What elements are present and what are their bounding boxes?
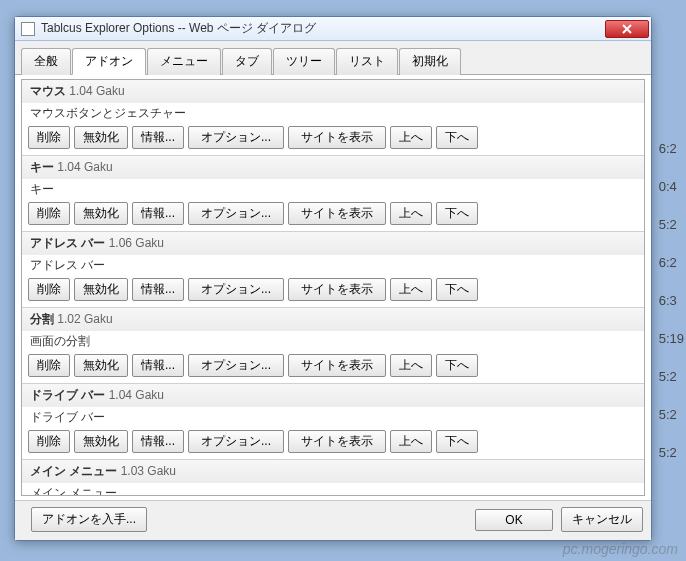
delete-button[interactable]: 削除 bbox=[28, 202, 70, 225]
tab-2[interactable]: メニュー bbox=[147, 48, 221, 75]
bg-time: 6:2 bbox=[659, 244, 684, 282]
addon-name: アドレス バー bbox=[30, 236, 109, 250]
disable-button[interactable]: 無効化 bbox=[74, 202, 128, 225]
move-down-button[interactable]: 下へ bbox=[436, 126, 478, 149]
app-icon bbox=[21, 22, 35, 36]
addon-item: キー 1.04 Gakuキー削除無効化情報...オプション...サイトを表示上へ… bbox=[22, 156, 644, 232]
show-site-button[interactable]: サイトを表示 bbox=[288, 354, 386, 377]
addon-item: ドライブ バー 1.04 Gakuドライブ バー削除無効化情報...オプション.… bbox=[22, 384, 644, 460]
addon-name: ドライブ バー bbox=[30, 388, 109, 402]
info-button[interactable]: 情報... bbox=[132, 278, 184, 301]
move-down-button[interactable]: 下へ bbox=[436, 278, 478, 301]
addon-name: マウス bbox=[30, 84, 69, 98]
bg-time: 6:2 bbox=[659, 130, 684, 168]
addon-button-row: 削除無効化情報...オプション...サイトを表示上へ下へ bbox=[22, 274, 644, 307]
addon-description: ドライブ バー bbox=[22, 407, 644, 426]
bg-time: 0:4 bbox=[659, 168, 684, 206]
info-button[interactable]: 情報... bbox=[132, 354, 184, 377]
addon-header: キー 1.04 Gaku bbox=[22, 156, 644, 179]
watermark-text: pc.mogeringo.com bbox=[563, 541, 678, 557]
addon-button-row: 削除無効化情報...オプション...サイトを表示上へ下へ bbox=[22, 122, 644, 155]
dialog-footer: アドオンを入手... OK キャンセル bbox=[15, 500, 651, 540]
addon-description: アドレス バー bbox=[22, 255, 644, 274]
options-button[interactable]: オプション... bbox=[188, 354, 284, 377]
addon-item: アドレス バー 1.06 Gakuアドレス バー削除無効化情報...オプション.… bbox=[22, 232, 644, 308]
addon-description: マウスボタンとジェスチャー bbox=[22, 103, 644, 122]
move-down-button[interactable]: 下へ bbox=[436, 354, 478, 377]
addon-header: 分割 1.02 Gaku bbox=[22, 308, 644, 331]
move-up-button[interactable]: 上へ bbox=[390, 278, 432, 301]
move-up-button[interactable]: 上へ bbox=[390, 354, 432, 377]
show-site-button[interactable]: サイトを表示 bbox=[288, 278, 386, 301]
ok-button[interactable]: OK bbox=[475, 509, 553, 531]
move-up-button[interactable]: 上へ bbox=[390, 126, 432, 149]
addon-item: メイン メニュー 1.03 Gakuメイン メニュー削除無効化情報...オプショ… bbox=[22, 460, 644, 496]
delete-button[interactable]: 削除 bbox=[28, 354, 70, 377]
addon-version: 1.04 Gaku bbox=[69, 84, 124, 98]
bg-time: 5:2 bbox=[659, 434, 684, 472]
move-down-button[interactable]: 下へ bbox=[436, 430, 478, 453]
show-site-button[interactable]: サイトを表示 bbox=[288, 430, 386, 453]
options-button[interactable]: オプション... bbox=[188, 202, 284, 225]
tab-strip: 全般アドオンメニュータブツリーリスト初期化 bbox=[15, 41, 651, 75]
disable-button[interactable]: 無効化 bbox=[74, 126, 128, 149]
bg-time: 5:2 bbox=[659, 396, 684, 434]
options-dialog: Tablcus Explorer Options -- Web ページ ダイアロ… bbox=[14, 16, 652, 541]
window-title: Tablcus Explorer Options -- Web ページ ダイアロ… bbox=[41, 20, 605, 37]
addon-button-row: 削除無効化情報...オプション...サイトを表示上へ下へ bbox=[22, 350, 644, 383]
addon-version: 1.03 Gaku bbox=[121, 464, 176, 478]
addon-button-row: 削除無効化情報...オプション...サイトを表示上へ下へ bbox=[22, 198, 644, 231]
disable-button[interactable]: 無効化 bbox=[74, 278, 128, 301]
addon-header: アドレス バー 1.06 Gaku bbox=[22, 232, 644, 255]
addon-item: 分割 1.02 Gaku画面の分割削除無効化情報...オプション...サイトを表… bbox=[22, 308, 644, 384]
bg-time: 5:2 bbox=[659, 358, 684, 396]
addon-header: ドライブ バー 1.04 Gaku bbox=[22, 384, 644, 407]
tab-3[interactable]: タブ bbox=[222, 48, 272, 75]
addon-header: マウス 1.04 Gaku bbox=[22, 80, 644, 103]
addon-name: メイン メニュー bbox=[30, 464, 121, 478]
info-button[interactable]: 情報... bbox=[132, 430, 184, 453]
delete-button[interactable]: 削除 bbox=[28, 126, 70, 149]
addon-description: キー bbox=[22, 179, 644, 198]
disable-button[interactable]: 無効化 bbox=[74, 354, 128, 377]
info-button[interactable]: 情報... bbox=[132, 126, 184, 149]
options-button[interactable]: オプション... bbox=[188, 430, 284, 453]
tab-6[interactable]: 初期化 bbox=[399, 48, 461, 75]
show-site-button[interactable]: サイトを表示 bbox=[288, 126, 386, 149]
addon-header: メイン メニュー 1.03 Gaku bbox=[22, 460, 644, 483]
addon-list[interactable]: マウス 1.04 Gakuマウスボタンとジェスチャー削除無効化情報...オプショ… bbox=[21, 79, 645, 496]
move-up-button[interactable]: 上へ bbox=[390, 430, 432, 453]
show-site-button[interactable]: サイトを表示 bbox=[288, 202, 386, 225]
tab-1[interactable]: アドオン bbox=[72, 48, 146, 75]
options-button[interactable]: オプション... bbox=[188, 278, 284, 301]
info-button[interactable]: 情報... bbox=[132, 202, 184, 225]
move-down-button[interactable]: 下へ bbox=[436, 202, 478, 225]
disable-button[interactable]: 無効化 bbox=[74, 430, 128, 453]
tab-0[interactable]: 全般 bbox=[21, 48, 71, 75]
addon-version: 1.04 Gaku bbox=[109, 388, 164, 402]
get-addons-button[interactable]: アドオンを入手... bbox=[31, 507, 147, 532]
close-button[interactable] bbox=[605, 20, 649, 38]
delete-button[interactable]: 削除 bbox=[28, 430, 70, 453]
tab-4[interactable]: ツリー bbox=[273, 48, 335, 75]
delete-button[interactable]: 削除 bbox=[28, 278, 70, 301]
addon-version: 1.02 Gaku bbox=[57, 312, 112, 326]
addon-item: マウス 1.04 Gakuマウスボタンとジェスチャー削除無効化情報...オプショ… bbox=[22, 80, 644, 156]
bg-time: 6:3 bbox=[659, 282, 684, 320]
addon-description: メイン メニュー bbox=[22, 483, 644, 496]
addon-name: 分割 bbox=[30, 312, 57, 326]
move-up-button[interactable]: 上へ bbox=[390, 202, 432, 225]
bg-time: 5:19 bbox=[659, 320, 684, 358]
addon-button-row: 削除無効化情報...オプション...サイトを表示上へ下へ bbox=[22, 426, 644, 459]
bg-time: 5:2 bbox=[659, 206, 684, 244]
cancel-button[interactable]: キャンセル bbox=[561, 507, 643, 532]
titlebar: Tablcus Explorer Options -- Web ページ ダイアロ… bbox=[15, 17, 651, 41]
addon-version: 1.04 Gaku bbox=[57, 160, 112, 174]
addon-description: 画面の分割 bbox=[22, 331, 644, 350]
options-button[interactable]: オプション... bbox=[188, 126, 284, 149]
close-icon bbox=[622, 24, 632, 34]
addon-name: キー bbox=[30, 160, 57, 174]
addon-version: 1.06 Gaku bbox=[109, 236, 164, 250]
background-timestamps: 6:20:45:26:26:35:195:25:25:2 bbox=[659, 130, 684, 472]
tab-5[interactable]: リスト bbox=[336, 48, 398, 75]
